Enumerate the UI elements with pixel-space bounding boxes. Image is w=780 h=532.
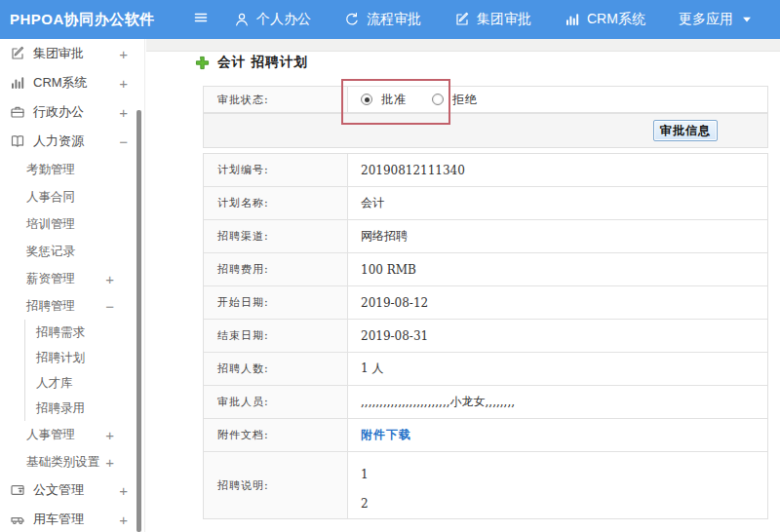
book-icon [10,133,25,149]
expand-plus-icon[interactable]: + [119,483,128,498]
row-value: 1 人 [348,353,767,385]
radio-label: 拒绝 [452,92,478,108]
row-label: 招聘说明: [204,452,348,518]
row-label: 招聘费用: [204,253,348,285]
nav-item-chart[interactable]: CRM系统 [565,11,645,28]
sidebar-item-label: 考勤管理 [26,162,75,178]
expand-plus-icon[interactable]: + [119,76,128,91]
sidebar-item-label: 集团审批 [33,45,84,62]
row-label: 招聘渠道: [204,220,348,252]
user-icon [234,12,250,27]
sidebar-item-label: 薪资管理 [26,271,75,287]
sidebar-item-label: 招聘录用 [36,400,85,417]
header-nav: 个人办公流程审批集团审批CRM系统更多应用 [234,11,754,28]
sidebar-item-label: 基础类别设置 [26,454,99,471]
sidebar-item-label: 招聘管理 [26,298,75,315]
sidebar-item-label: 人事合同 [26,189,75,206]
content-top-strip [146,39,780,52]
approval-form: 审批状态: 批准拒绝 审批信息 计划编号:20190812111340计划名称:… [203,86,768,519]
sidebar-item-人力资源[interactable]: 人力资源− [0,127,144,156]
table-row: 招聘说明:12 [204,452,767,518]
sidebar-item-招聘录用[interactable]: 招聘录用 [24,396,144,421]
row-label: 审批人员: [204,386,348,418]
sidebar-item-薪资管理[interactable]: 薪资管理+ [0,265,144,292]
edit-icon [10,46,25,61]
nav-item-label: 集团审批 [477,11,531,28]
sidebar-item-label: 招聘计划 [36,350,85,366]
app-window: PHPOA协同办公软件 个人办公流程审批集团审批CRM系统更多应用 集团审批+C… [0,0,780,532]
row-value: 12 [348,452,767,518]
row-value: 附件下载 [348,419,767,451]
radio-group-reject: 拒绝 [432,92,478,108]
add-plus-icon [195,56,210,70]
detail-table: 计划编号:20190812111340计划名称:会计招聘渠道:网络招聘招聘费用:… [203,153,768,519]
row-label: 计划编号: [204,154,348,186]
chevron-down-icon [740,13,754,26]
doc-icon [10,482,25,498]
row-value: 网络招聘 [348,220,767,252]
expand-plus-icon[interactable]: + [105,455,114,470]
status-table: 审批状态: 批准拒绝 审批信息 [203,86,768,148]
sidebar-item-人才库[interactable]: 人才库 [24,370,144,396]
sidebar-item-用车管理[interactable]: 用车管理+ [0,505,144,532]
radio-approve[interactable] [361,94,372,105]
top-header-bar: PHPOA协同办公软件 个人办公流程审批集团审批CRM系统更多应用 [0,0,780,39]
sidebar-item-培训管理[interactable]: 培训管理 [0,210,144,238]
collapse-minus-icon[interactable]: − [105,299,114,314]
description-line: 1 [361,460,369,489]
sidebar-item-label: 奖惩记录 [26,244,75,260]
expand-plus-icon[interactable]: + [105,428,114,442]
sidebar-item-CRM系统[interactable]: CRM系统+ [0,68,144,97]
attachment-download-link[interactable]: 附件下载 [361,427,411,443]
sidebar-item-label: 行政办公 [33,103,84,121]
sidebar-item-label: 人才库 [36,375,73,392]
status-row: 审批状态: 批准拒绝 [204,87,767,113]
row-label: 开始日期: [204,286,348,319]
row-label: 附件文档: [204,419,348,451]
sidebar-item-label: 人力资源 [33,133,84,150]
car-icon [10,512,25,527]
page-title: 会计 招聘计划 [217,54,308,71]
radio-label: 批准 [381,92,407,108]
sidebar-item-奖惩记录[interactable]: 奖惩记录 [0,238,144,265]
nav-item-caret[interactable]: 更多应用 [679,11,754,28]
expand-plus-icon[interactable]: + [119,47,128,61]
table-row: 开始日期:2019-08-12 [204,286,767,320]
nav-item-label: 个人办公 [256,11,311,28]
collapse-minus-icon[interactable]: − [119,134,128,149]
expand-plus-icon[interactable]: + [119,513,128,527]
row-label: 结束日期: [204,320,348,352]
table-row: 结束日期:2019-08-31 [204,320,767,353]
sidebar-item-行政办公[interactable]: 行政办公+ [0,97,144,127]
sidebar-item-集团审批[interactable]: 集团审批+ [0,39,144,68]
sidebar-item-label: 人事管理 [26,427,75,443]
sidebar-item-考勤管理[interactable]: 考勤管理 [0,156,144,183]
approval-info-button[interactable]: 审批信息 [653,120,718,141]
description-line: 2 [361,489,369,518]
table-row: 附件文档:附件下载 [204,419,767,452]
expand-plus-icon[interactable]: + [105,272,114,286]
expand-plus-icon[interactable]: + [119,105,128,120]
sidebar-item-招聘计划[interactable]: 招聘计划 [24,345,144,370]
row-label: 招聘人数: [204,353,348,385]
status-options: 批准拒绝 [348,87,767,112]
row-value: 会计 [348,187,767,219]
hamburger-menu-button[interactable] [193,10,209,29]
radio-reject[interactable] [432,94,444,105]
edit-icon [454,12,470,27]
sidebar-item-基础类别设置[interactable]: 基础类别设置+ [0,448,144,475]
nav-item-workflow[interactable]: 流程审批 [344,11,421,28]
hamburger-icon [193,10,209,29]
sidebar-item-label: 培训管理 [26,216,75,233]
sidebar-scrollbar-thumb[interactable] [136,110,141,532]
row-value: 20190812111340 [348,154,767,186]
row-value: 2019-08-12 [348,286,767,319]
sidebar-item-人事合同[interactable]: 人事合同 [0,183,144,210]
nav-item-edit[interactable]: 集团审批 [454,11,531,28]
table-row: 计划名称:会计 [204,187,767,220]
nav-item-user[interactable]: 个人办公 [234,11,311,28]
sidebar-item-人事管理[interactable]: 人事管理+ [0,421,144,448]
sidebar-item-公文管理[interactable]: 公文管理+ [0,475,144,505]
sidebar-item-招聘需求[interactable]: 招聘需求 [24,320,144,345]
sidebar-item-招聘管理[interactable]: 招聘管理− [0,292,144,320]
